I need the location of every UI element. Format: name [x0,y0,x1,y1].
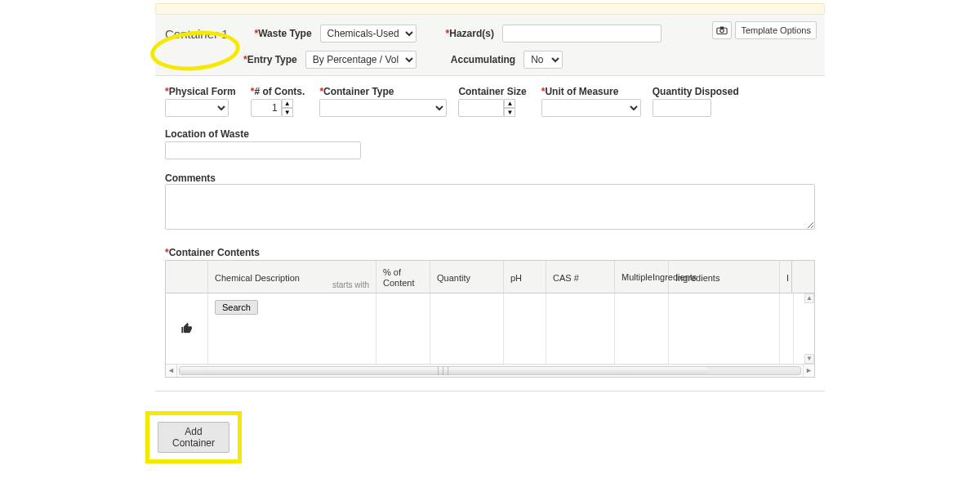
accumulating-select[interactable]: No [523,51,563,69]
waste-type-label: *Waste Type [255,28,312,39]
num-conts-down[interactable]: ▼ [282,108,293,117]
container-header: Container 1 *Waste Type Chemicals-Used *… [155,15,825,76]
add-container-button[interactable]: Add Container [158,422,229,453]
scroll-up-arrow[interactable]: ▲ [804,293,814,303]
qty-disposed-input [653,99,711,117]
th-quantity[interactable]: Quantity [430,261,504,293]
scroll-left-arrow[interactable]: ◄ [166,365,177,377]
scroll-track[interactable]: ┆┆┆ [179,366,801,375]
container-section: Container 1 *Waste Type Chemicals-Used *… [155,15,825,392]
notice-bar [155,3,825,15]
scroll-right-arrow[interactable]: ► [803,365,814,377]
hazards-label: *Hazard(s) [446,28,494,39]
table-row: Search [166,293,814,364]
horizontal-scrollbar[interactable]: ◄ ┆┆┆ ► [166,364,814,377]
num-conts-label: *# of Conts. [251,86,305,97]
entry-type-select[interactable]: By Percentage / Volume [305,51,416,69]
num-conts-input[interactable] [251,99,282,117]
th-multiple-ingredients[interactable]: MultipleIngredients [615,261,669,293]
uom-select[interactable] [541,99,641,117]
th-chemical-description[interactable]: Chemical Description starts with [208,261,376,293]
hazards-input[interactable] [502,25,662,43]
svg-point-2 [720,29,724,32]
container-body: *Physical Form *# of Conts. ▲ ▼ *Contain… [155,76,825,391]
container-type-label: *Container Type [319,86,443,97]
uom-label: *Unit of Measure [541,86,638,97]
template-options-button[interactable]: Template Options [735,21,817,39]
location-label: Location of Waste [165,128,812,140]
entry-type-label: *Entry Type [243,54,297,65]
th-cas[interactable]: CAS # [546,261,615,293]
qty-disposed-label: Quantity Disposed [653,86,739,97]
th-pct-content[interactable]: % ofContent [376,261,430,293]
svg-rect-1 [720,27,724,29]
physical-form-select[interactable] [165,99,229,117]
comments-textarea[interactable] [165,184,815,230]
waste-type-select[interactable]: Chemicals-Used [320,25,416,43]
container-size-up[interactable]: ▲ [504,99,515,108]
container-type-select[interactable] [319,99,447,117]
search-button[interactable]: Search [215,300,258,315]
vertical-scrollbar[interactable]: ▲ ▼ [804,293,814,364]
physical-form-label: *Physical Form [165,86,236,97]
starts-with-hint: starts with [332,280,369,289]
th-ingredients[interactable]: Ingredients [669,261,780,293]
contents-table: Chemical Description starts with % ofCon… [165,260,815,378]
container-size-down[interactable]: ▼ [504,108,515,117]
thumbs-up-icon[interactable] [180,322,194,335]
location-input[interactable] [165,141,361,159]
comments-label: Comments [165,172,812,184]
container-contents-label: *Container Contents [165,247,260,258]
accumulating-label: Accumulating [451,54,515,65]
scroll-thumb[interactable]: ┆┆┆ [180,367,707,374]
camera-button[interactable] [712,21,732,39]
scroll-down-arrow[interactable]: ▼ [804,354,814,364]
add-container-highlight: Add Container [145,411,242,463]
th-ph[interactable]: pH [504,261,546,293]
num-conts-up[interactable]: ▲ [282,99,293,108]
container-size-label: Container Size [458,86,526,97]
container-size-input[interactable] [458,99,504,117]
container-title: Container 1 [165,27,229,41]
table-header-row: Chemical Description starts with % ofCon… [166,261,814,293]
camera-icon [716,26,728,34]
th-extra[interactable]: I [780,261,792,293]
th-icon [166,261,208,293]
